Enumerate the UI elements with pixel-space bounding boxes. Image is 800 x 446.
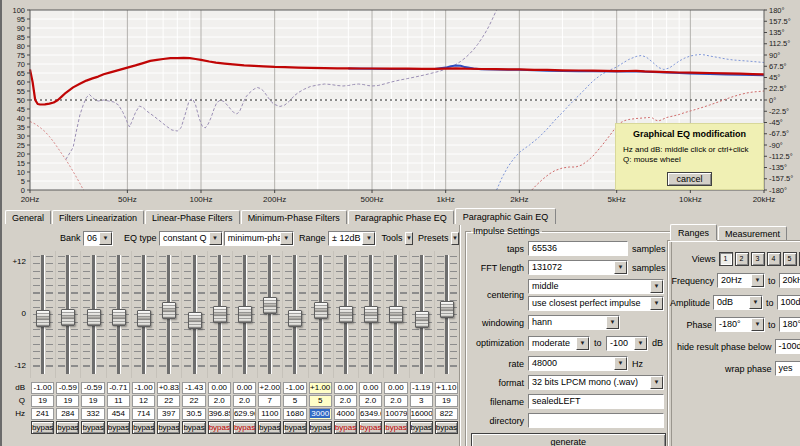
band-15-q-field[interactable]: 2.0 [384, 395, 407, 407]
band-7-freq-field[interactable]: 30.5 [182, 408, 205, 420]
band-14-freq-field[interactable]: 6349.6 [359, 408, 382, 420]
bypass-button-9[interactable]: bypass [233, 421, 256, 434]
chevron-down-icon[interactable]: ▼ [650, 376, 663, 389]
band-7-gain-field[interactable]: -1.43 [182, 382, 205, 394]
bypass-button-3[interactable]: bypass [81, 421, 104, 434]
bypass-button-14[interactable]: bypass [359, 421, 382, 434]
eq-slider-9[interactable] [232, 251, 257, 378]
generate-button[interactable]: generate [471, 433, 666, 446]
chevron-down-icon[interactable]: ▼ [751, 274, 764, 287]
slider-thumb[interactable] [36, 310, 50, 327]
cancel-button[interactable]: cancel [667, 172, 711, 186]
eq-slider-3[interactable] [80, 251, 105, 378]
eq-slider-4[interactable] [106, 251, 131, 378]
chevron-down-icon[interactable]: ▼ [614, 261, 627, 274]
optimization-threshold-select[interactable]: -100▼ [606, 336, 648, 351]
tab-ranges[interactable]: Ranges [670, 224, 717, 240]
band-14-gain-field[interactable]: 0.00 [359, 382, 382, 394]
band-8-q-field[interactable]: 2.0 [208, 395, 231, 407]
chevron-down-icon[interactable]: ▼ [749, 296, 762, 309]
centering-mode-select[interactable]: use closest perfect impulse▼ [528, 296, 664, 311]
tab-linear-phase-filters[interactable]: Linear-Phase Filters [145, 210, 240, 224]
wrap-phase-select[interactable]: yes▼ [775, 361, 800, 376]
slider-thumb[interactable] [238, 306, 252, 323]
bypass-button-12[interactable]: bypass [309, 421, 332, 434]
eq-slider-17[interactable] [434, 251, 459, 378]
band-16-freq-field[interactable]: 16000 [410, 408, 433, 420]
view-button-5[interactable]: 5 [783, 252, 797, 266]
directory-input[interactable] [528, 413, 664, 428]
band-1-q-field[interactable]: 19 [31, 395, 54, 407]
band-9-q-field[interactable]: 2.0 [233, 395, 256, 407]
slider-thumb[interactable] [364, 306, 378, 323]
tab-measurement[interactable]: Measurement [718, 226, 787, 240]
chevron-down-icon[interactable]: ▼ [209, 232, 222, 245]
chevron-down-icon[interactable]: ▼ [576, 337, 589, 350]
slider-thumb[interactable] [288, 310, 302, 327]
bank-select[interactable]: 06▼ [83, 231, 113, 246]
band-8-freq-field[interactable]: 396.85 [208, 408, 231, 420]
phase-mode-select[interactable]: minimum-phase▼ [224, 231, 294, 246]
taps-input[interactable]: 65536 [528, 241, 628, 256]
frequency-from-select[interactable]: 20Hz▼ [717, 273, 765, 288]
tab-paragraphic-gain-eq[interactable]: Paragraphic Gain EQ [455, 208, 557, 224]
presets-dropdown-button[interactable]: ▼ [451, 232, 459, 245]
tab-minimum-phase-filters[interactable]: Minimum-Phase Filters [241, 210, 347, 224]
band-5-freq-field[interactable]: 714 [132, 408, 155, 420]
band-9-freq-field[interactable]: 629.96 [233, 408, 256, 420]
band-6-gain-field[interactable]: +0.83 [157, 382, 180, 394]
eq-slider-8[interactable] [207, 251, 232, 378]
band-10-freq-field[interactable]: 1100 [258, 408, 281, 420]
band-17-q-field[interactable]: 19 [435, 395, 458, 407]
view-button-1[interactable]: 1 [719, 252, 733, 266]
tools-dropdown-button[interactable]: ▼ [405, 232, 413, 245]
bypass-button-1[interactable]: bypass [31, 421, 54, 434]
band-6-q-field[interactable]: 22 [157, 395, 180, 407]
bypass-button-2[interactable]: bypass [56, 421, 79, 434]
chevron-down-icon[interactable]: ▼ [650, 280, 663, 293]
fft-length-select[interactable]: 131072▼ [528, 260, 628, 275]
band-15-gain-field[interactable]: 0.00 [384, 382, 407, 394]
bypass-button-8[interactable]: bypass [208, 421, 231, 434]
band-5-q-field[interactable]: 12 [132, 395, 155, 407]
eq-slider-5[interactable] [131, 251, 156, 378]
chevron-down-icon[interactable]: ▼ [99, 232, 112, 245]
bypass-button-13[interactable]: bypass [334, 421, 357, 434]
bypass-button-5[interactable]: bypass [132, 421, 155, 434]
band-15-freq-field[interactable]: 10079 [384, 408, 407, 420]
optimization-select[interactable]: moderate▼ [528, 336, 590, 351]
slider-thumb[interactable] [87, 309, 101, 326]
band-16-gain-field[interactable]: -1.19 [410, 382, 433, 394]
filename-input[interactable]: sealedLEFT [528, 394, 664, 409]
tab-general[interactable]: General [5, 210, 51, 224]
band-3-q-field[interactable]: 19 [81, 395, 104, 407]
band-3-gain-field[interactable]: -0.59 [81, 382, 104, 394]
band-2-q-field[interactable]: 19 [56, 395, 79, 407]
band-14-q-field[interactable]: 2.0 [359, 395, 382, 407]
slider-thumb[interactable] [415, 311, 429, 328]
format-select[interactable]: 32 bits LPCM mono (.wav)▼ [528, 375, 664, 390]
band-1-gain-field[interactable]: -1.00 [31, 382, 54, 394]
eq-slider-11[interactable] [282, 251, 307, 378]
bypass-button-16[interactable]: bypass [410, 421, 433, 434]
phase-from-select[interactable]: -180°▼ [715, 317, 765, 332]
slider-thumb[interactable] [213, 306, 227, 323]
frequency-to-select[interactable]: 20kHz▼ [779, 273, 800, 288]
slider-thumb[interactable] [112, 309, 126, 326]
band-5-gain-field[interactable]: -1.00 [132, 382, 155, 394]
band-12-q-field[interactable]: 5 [309, 395, 332, 407]
view-button-2[interactable]: 2 [735, 252, 749, 266]
band-1-freq-field[interactable]: 241 [31, 408, 54, 420]
band-12-freq-field[interactable]: 3000 [309, 408, 332, 420]
band-6-freq-field[interactable]: 397 [157, 408, 180, 420]
band-12-gain-field[interactable]: +1.00 [309, 382, 332, 394]
eq-slider-13[interactable] [333, 251, 358, 378]
eq-slider-7[interactable] [181, 251, 206, 378]
eq-slider-14[interactable] [358, 251, 383, 378]
eq-slider-16[interactable] [409, 251, 434, 378]
eq-type-select[interactable]: constant Q▼ [159, 231, 223, 246]
band-17-freq-field[interactable]: 822 [435, 408, 458, 420]
slider-thumb[interactable] [61, 309, 75, 326]
eq-slider-6[interactable] [156, 251, 181, 378]
band-11-freq-field[interactable]: 1680 [283, 408, 306, 420]
